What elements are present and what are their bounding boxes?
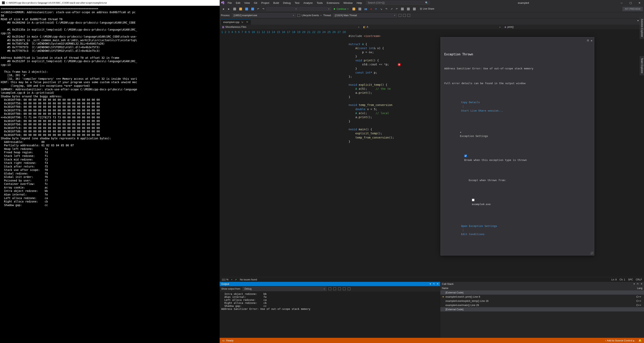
output-text[interactable]: Intra object redzone: bb ASan internal: … [220, 292, 440, 338]
thread-combo[interactable]: [21824] Main Thread▾ [333, 14, 397, 18]
menu-file[interactable]: File [226, 1, 234, 5]
tb-btn-2[interactable] [357, 7, 362, 11]
panel-pin-icon[interactable]: ⊓ [637, 283, 638, 285]
minimize-button[interactable]: ─ [617, 0, 626, 6]
code-content[interactable]: #include <iostream> ⊟struct A { A(const … [349, 30, 644, 277]
stack-frame-icon[interactable] [398, 14, 402, 17]
process-combo[interactable]: [18652] example4.exe▾ [232, 14, 296, 18]
nav-fwd-button[interactable]: ► [226, 7, 231, 11]
code-editor[interactable]: 1 2 3 4 5 6 7 8 9 10 11 12 13 14 15 16 1… [220, 30, 644, 277]
document-tab[interactable]: example4.cpp ⇲ ✕ [221, 19, 251, 25]
pin-icon[interactable]: ⊓ [587, 39, 589, 43]
output-tool-3[interactable] [338, 287, 341, 290]
menu-analyze[interactable]: Analyze [301, 1, 314, 5]
tb2-icon-2[interactable] [403, 14, 406, 17]
pause-button[interactable]: ▮▮ [363, 7, 368, 11]
output-tool-2[interactable] [333, 287, 336, 290]
copy-details-link[interactable]: Copy Details [461, 101, 480, 104]
zoom-level[interactable]: 111 % [222, 278, 228, 281]
save-all-button[interactable] [250, 7, 255, 11]
add-source-control[interactable]: ↑ Add to Source Control ▴ [605, 339, 634, 342]
callstack-row[interactable]: example4.exe!explicit_temp() Line 16C++ [440, 299, 644, 303]
search-box[interactable]: Search (Ctrl+Q) 🔍 [366, 1, 430, 5]
undo-button[interactable]: ↶ [256, 7, 260, 11]
step-out-button[interactable]: ↗ [390, 7, 394, 11]
menu-extensions[interactable]: Extensions [325, 1, 342, 5]
callstack-panel-title[interactable]: Call Stack ▾ ⊓ ✕ [440, 282, 644, 286]
menu-help[interactable]: Help [355, 1, 364, 5]
notifications-icon[interactable]: 🔔 [638, 339, 642, 342]
panel-pin-icon[interactable]: ⊓ [433, 283, 435, 285]
save-button[interactable] [244, 7, 249, 11]
exception-settings-header[interactable]: ▾ Exception Settings [444, 127, 590, 142]
line-indicator[interactable]: Ln: 8 [612, 278, 617, 281]
callstack-row[interactable]: example4.exe!main() Line 26C++ [440, 303, 644, 307]
panel-dd-icon[interactable]: ▾ [634, 283, 635, 285]
step-back-button[interactable]: ↶ [394, 7, 399, 11]
close-button[interactable]: ✕ [635, 0, 644, 6]
nav-type-combo[interactable]: ◧ A▾ [362, 25, 502, 29]
vs-logo[interactable] [220, 0, 226, 6]
menu-build[interactable]: Build [271, 1, 281, 5]
team-explorer-tab[interactable]: Team Explorer [640, 56, 644, 75]
close-icon[interactable]: ✕ [591, 39, 592, 43]
restart-button[interactable]: ⟳ [374, 7, 378, 11]
char-indicator[interactable]: Ch: 1 [620, 278, 625, 281]
panel-close-icon[interactable]: ✕ [437, 283, 438, 285]
edit-conditions-link[interactable]: Edit Conditions [461, 233, 484, 236]
callstack-row[interactable]: [External Code] [440, 290, 644, 295]
live-share-button[interactable]: ⾕ Live Share [418, 7, 436, 12]
menu-project[interactable]: Project [259, 1, 271, 5]
open-exception-settings-link[interactable]: Open Exception Settings [461, 224, 497, 227]
maximize-button[interactable]: ▢ [626, 0, 635, 6]
tb-btn-1[interactable] [351, 7, 356, 11]
output-source-combo[interactable]: Debug▾ [242, 287, 326, 291]
console-output[interactable]: ========================================… [0, 6, 220, 343]
menu-window[interactable]: Window [342, 1, 355, 5]
panel-dd-icon[interactable]: ▾ [430, 283, 431, 285]
lineending-indicator[interactable]: CRLF [636, 278, 642, 281]
callstack-row[interactable]: [External Code] [440, 307, 644, 311]
solution-explorer-tab[interactable]: Solution Explorer [640, 17, 644, 39]
lifecycle-label[interactable]: Lifecycle Events [302, 14, 319, 17]
console-titlebar[interactable]: C:\MSDN\cpp-docs-pr\docs\c-language\ASAN… [0, 0, 220, 6]
close-tab-icon[interactable]: ✕ [246, 20, 248, 24]
break-checkbox[interactable] [464, 155, 467, 157]
output-tool-1[interactable] [328, 287, 331, 290]
menu-debug[interactable]: Debug [281, 1, 292, 5]
step-into-button[interactable]: ↘ [379, 7, 384, 11]
config-combo[interactable]: ▾ [266, 7, 298, 11]
doc-tool-dd[interactable]: ▾ [638, 19, 638, 25]
step-over-button[interactable]: ↷ [384, 7, 388, 11]
output-panel-title[interactable]: Output ▾ ⊓ ✕ [220, 282, 440, 286]
new-item-button[interactable] [232, 7, 237, 11]
stop-button[interactable]: ■ [369, 7, 373, 11]
menu-tools[interactable]: Tools [315, 1, 325, 5]
error-glyph-icon[interactable] [398, 63, 401, 66]
except-item-checkbox[interactable] [472, 199, 474, 201]
redo-button[interactable]: ↷ [261, 7, 266, 11]
pin-icon[interactable]: ⇲ [241, 21, 243, 24]
menu-edit[interactable]: Edit [234, 1, 242, 5]
menu-view[interactable]: View [242, 1, 252, 5]
tb-btn-5[interactable] [412, 7, 417, 11]
output-tool-5[interactable] [348, 287, 350, 290]
start-live-share-link[interactable]: Start Live Share session... [461, 109, 503, 112]
nav-member-combo[interactable]: ◈ print()▾ [503, 25, 643, 29]
tb2-icon-3[interactable] [407, 14, 410, 17]
menu-git[interactable]: Git [252, 1, 259, 5]
nav-project-combo[interactable]: ▦ Miscellaneous Files▾ [220, 25, 361, 29]
issues-label[interactable]: No issues found [240, 278, 257, 281]
platform-combo[interactable]: ▾ [299, 7, 331, 11]
nav-back-button[interactable]: ◄ [221, 7, 226, 11]
open-button[interactable] [238, 7, 243, 11]
resize-grip-icon[interactable] [590, 252, 593, 254]
callstack-row[interactable]: ➔example4.exe!A::print() Line 8C++ [440, 295, 644, 299]
panel-close-icon[interactable]: ✕ [640, 283, 642, 285]
menu-test[interactable]: Test [293, 1, 302, 5]
output-tool-4[interactable] [343, 287, 346, 290]
lifecycle-icon[interactable] [297, 14, 300, 17]
tb-btn-4[interactable] [406, 7, 411, 11]
continue-button[interactable]: Continue ▾ [332, 7, 350, 11]
callstack-header[interactable]: Name Lang [440, 286, 644, 290]
